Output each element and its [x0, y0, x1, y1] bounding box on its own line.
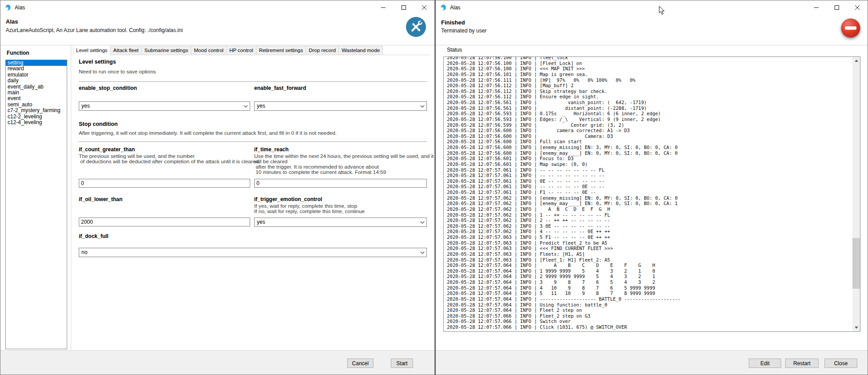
enable-fast-forward-select[interactable]: yes — [254, 101, 427, 111]
log-output-box[interactable]: 2020-05-28 12:07:56.100 | INFO | fleet_l… — [443, 56, 860, 332]
minimize-button[interactable] — [373, 0, 393, 15]
scroll-down-icon[interactable] — [852, 324, 860, 331]
scroll-up-icon[interactable] — [852, 57, 860, 65]
settings-tab[interactable]: Wasteland mode — [338, 46, 383, 55]
function-listbox[interactable]: setting reward emulator daily event_dail… — [5, 60, 67, 349]
if-count-greater-than-input[interactable] — [79, 179, 250, 188]
desc-if-time-reach: Use the time within the next 24 hours, t… — [254, 153, 434, 175]
function-list-item[interactable]: daily — [6, 78, 67, 84]
function-list-item[interactable]: c12-2_leveling — [6, 114, 67, 120]
function-list-item[interactable]: c7-2_mystery_farming — [6, 108, 67, 113]
app-subtitle: AzurLaneAutoScript, An Azur Lane automat… — [6, 27, 183, 33]
divider — [79, 141, 427, 142]
function-list-item[interactable]: c12-4_leveling — [6, 120, 67, 125]
select-value: yes — [81, 103, 90, 109]
settings-tab[interactable]: Mood control — [191, 46, 227, 55]
close-button[interactable] — [847, 0, 868, 15]
close-window-button[interactable]: Close — [824, 359, 857, 368]
edit-button[interactable]: Edit — [749, 359, 781, 368]
section-heading-level-settings: Level settings — [79, 59, 116, 65]
tools-icon — [406, 17, 426, 37]
titlebar[interactable]: Alas — [0, 0, 434, 15]
restart-button[interactable]: Restart — [785, 359, 819, 368]
settings-tab[interactable]: Drop record — [306, 46, 339, 55]
status-label: Status — [447, 47, 462, 53]
section-note-level-settings: Need to run once to save options — [79, 69, 156, 74]
function-list-item[interactable]: semi_auto — [6, 102, 67, 108]
window-title: Alas — [450, 4, 460, 11]
log-text: 2020-05-28 12:07:56.100 | INFO | fleet_l… — [447, 56, 681, 330]
alas-log-window: Alas Finished Terminated by user — [435, 0, 868, 375]
select-value: no — [81, 249, 87, 255]
chevron-down-icon — [420, 248, 425, 257]
titlebar[interactable]: Alas — [436, 0, 868, 15]
settings-tab[interactable]: Level settings — [73, 45, 110, 55]
close-button[interactable] — [414, 0, 434, 15]
alas-app-icon — [4, 4, 12, 11]
chevron-down-icon — [420, 102, 425, 110]
function-list-item[interactable]: setting — [6, 60, 67, 66]
window-controls — [373, 0, 434, 15]
alas-config-window: Alas Alas AzurLaneAutoScript, An Azur La… — [0, 0, 435, 375]
function-list-item[interactable]: reward — [6, 66, 67, 72]
scrollbar-thumb[interactable] — [852, 238, 860, 289]
settings-tab[interactable]: Submarine settings — [141, 46, 191, 55]
minimize-button[interactable] — [806, 0, 827, 15]
desc-if-count-greater-than: The previous setting will be used, and t… — [79, 153, 260, 164]
panel-splitter — [71, 45, 71, 350]
start-button[interactable]: Start — [391, 359, 413, 368]
settings-tab[interactable]: HP control — [226, 46, 256, 55]
window-title: Alas — [15, 4, 25, 11]
chevron-down-icon — [243, 102, 248, 110]
log-scrollbar[interactable] — [852, 57, 860, 331]
function-list-item[interactable]: emulator — [6, 72, 67, 78]
divider — [79, 81, 427, 82]
alas-app-icon — [440, 4, 447, 11]
window-controls — [806, 0, 868, 15]
if-dock-full-select[interactable]: no — [79, 248, 427, 257]
desc-if-trigger-emotion-control: If yes, wait for reply, complete this ti… — [254, 203, 365, 214]
section-note-stop-condition: After triggering, it will not stop immed… — [79, 130, 337, 136]
if-trigger-emotion-control-select[interactable]: yes — [254, 218, 427, 227]
header-separator — [436, 45, 868, 45]
function-list-item[interactable]: event_daily_ab — [6, 84, 67, 90]
status-subtitle: Terminated by user — [441, 28, 487, 34]
chevron-down-icon — [420, 218, 425, 226]
maximize-button[interactable] — [393, 0, 414, 15]
label-if-count-greater-than: if_count_greater_than — [79, 146, 135, 153]
screen: Alas Alas AzurLaneAutoScript, An Azur La… — [0, 0, 868, 375]
label-if-time-reach: if_time_reach — [254, 146, 288, 153]
stop-sign-icon — [841, 18, 860, 38]
settings-tab[interactable]: Retirement settings — [256, 46, 306, 55]
function-list-item[interactable]: event — [6, 96, 67, 101]
settings-tab[interactable]: Attack fleet — [110, 46, 142, 55]
if-oil-lower-than-input[interactable] — [79, 218, 250, 226]
label-if-dock-full: if_dock_full — [79, 233, 109, 239]
function-panel-title: Function — [7, 50, 29, 56]
app-title: Alas — [6, 18, 18, 25]
status-title: Finished — [441, 19, 465, 26]
select-value: yes — [257, 103, 265, 109]
settings-tabbar: Level settings Attack fleet Submarine se… — [73, 45, 383, 55]
enable-stop-condition-select[interactable]: yes — [79, 101, 250, 111]
select-value: yes — [257, 219, 265, 225]
label-if-trigger-emotion-control: if_trigger_emotion_control — [254, 196, 322, 202]
label-enable-stop-condition: enable_stop_condition — [79, 85, 137, 91]
label-if-oil-lower-than: if_oil_lower_than — [79, 196, 122, 202]
cancel-button[interactable]: Cancel — [347, 359, 373, 368]
function-list-item[interactable]: main — [6, 90, 67, 96]
if-time-reach-input[interactable] — [254, 179, 427, 188]
label-enable-fast-forward: enable_fast_forward — [254, 85, 306, 91]
section-heading-stop-condition: Stop condition — [79, 121, 118, 127]
maximize-button[interactable] — [827, 0, 847, 15]
